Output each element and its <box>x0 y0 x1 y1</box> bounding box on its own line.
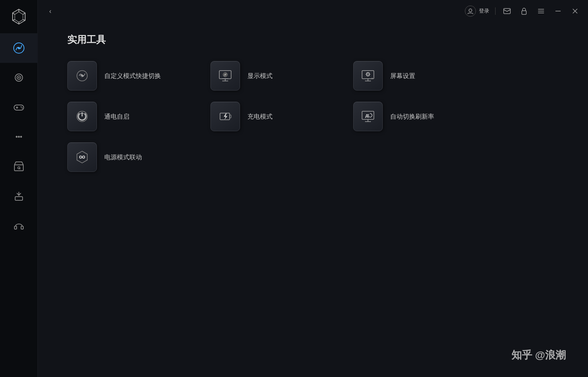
tool-display-mode[interactable]: 显示模式 <box>210 61 331 91</box>
svg-marker-1 <box>15 12 23 22</box>
minimize-button[interactable] <box>552 6 564 17</box>
sidebar-item-gamepad[interactable] <box>0 92 38 122</box>
logo-icon <box>10 8 27 25</box>
tool-power-on-boot[interactable]: 通电自启 <box>67 102 188 131</box>
watermark: 知乎 @浪潮 <box>511 348 566 362</box>
login-label: 登录 <box>479 8 489 14</box>
update-icon <box>12 189 26 203</box>
titlebar-left: ‹ <box>45 6 55 16</box>
menu-button[interactable] <box>535 6 547 17</box>
charge-mode-label: 充电模式 <box>247 112 273 121</box>
sidebar-item-performance[interactable] <box>0 33 38 63</box>
tool-auto-refresh[interactable]: A 自动切换刷新率 <box>353 102 474 131</box>
display-mode-icon-box <box>210 61 240 91</box>
tool-screen-settings[interactable]: ✦ 屏幕设置 <box>353 61 474 91</box>
svg-rect-28 <box>504 9 510 14</box>
page-title: 实用工具 <box>67 33 558 46</box>
display-mode-label: 显示模式 <box>247 72 273 80</box>
tools-grid: 自定义模式快捷切换 <box>67 61 474 172</box>
svg-line-55 <box>366 75 367 76</box>
app-logo <box>0 0 38 33</box>
main-area: ‹ 登录 <box>38 0 588 377</box>
close-button[interactable] <box>570 6 581 17</box>
power-link-icon-box <box>67 142 97 172</box>
charge-mode-icon-box <box>210 102 240 131</box>
screen-settings-label: 屏幕设置 <box>390 72 415 80</box>
user-area[interactable]: 登录 <box>465 6 489 17</box>
sidebar-item-macro[interactable] <box>0 122 38 152</box>
tool-custom-shortcut[interactable]: 自定义模式快捷切换 <box>67 61 188 91</box>
sidebar-item-update[interactable] <box>0 181 38 211</box>
back-button[interactable]: ‹ <box>45 6 55 16</box>
headset-icon <box>12 219 26 232</box>
svg-point-16 <box>20 106 21 108</box>
sidebar-item-headset[interactable] <box>0 211 38 240</box>
svg-line-52 <box>366 73 367 74</box>
custom-shortcut-label: 自定义模式快捷切换 <box>104 72 161 80</box>
screen-settings-icon: ✦ <box>360 68 376 84</box>
svg-point-12 <box>18 77 20 78</box>
titlebar-right: 登录 <box>465 6 581 17</box>
power-link-icon <box>74 149 90 165</box>
svg-rect-26 <box>21 226 23 229</box>
svg-point-20 <box>20 136 22 138</box>
tool-power-link[interactable]: 电源模式联动 <box>67 142 188 172</box>
sidebar-item-audio[interactable] <box>0 63 38 92</box>
power-on-boot-label: 通电自启 <box>104 112 129 121</box>
display-mode-icon <box>217 68 233 84</box>
performance-icon <box>12 41 26 55</box>
power-on-boot-icon-box <box>67 102 97 131</box>
store-icon <box>12 160 26 173</box>
macro-icon <box>12 130 26 143</box>
svg-point-47 <box>368 74 369 75</box>
custom-shortcut-icon-box <box>67 61 97 91</box>
mail-button[interactable] <box>501 6 513 17</box>
auto-refresh-icon: A <box>360 108 376 125</box>
titlebar-divider <box>495 7 496 15</box>
titlebar: ‹ 登录 <box>38 0 588 22</box>
svg-text:✦: ✦ <box>371 77 374 80</box>
custom-shortcut-icon <box>74 68 90 84</box>
svg-point-17 <box>21 108 23 109</box>
svg-point-42 <box>224 74 226 75</box>
auto-refresh-icon-box: A <box>353 102 383 131</box>
sidebar-item-store[interactable] <box>0 152 38 181</box>
power-on-boot-icon <box>74 108 90 125</box>
charge-mode-icon <box>217 108 233 125</box>
power-link-label: 电源模式联动 <box>104 153 142 162</box>
svg-line-54 <box>369 73 370 74</box>
audio-icon <box>12 71 26 84</box>
gamepad-icon <box>12 101 26 114</box>
sidebar <box>0 0 38 377</box>
svg-rect-24 <box>15 197 23 200</box>
svg-line-53 <box>369 75 370 76</box>
tool-charge-mode[interactable]: 充电模式 <box>210 102 331 131</box>
svg-point-19 <box>18 136 20 138</box>
svg-rect-25 <box>14 226 17 229</box>
screen-settings-icon-box: ✦ <box>353 61 383 91</box>
svg-point-9 <box>18 47 20 49</box>
page-content: 实用工具 自定义模式快捷切换 <box>38 22 588 377</box>
user-icon <box>465 6 476 17</box>
svg-point-18 <box>16 136 17 138</box>
svg-point-27 <box>469 9 472 12</box>
svg-rect-29 <box>522 11 526 14</box>
lock-button[interactable] <box>518 6 530 17</box>
auto-refresh-label: 自动切换刷新率 <box>390 112 434 121</box>
